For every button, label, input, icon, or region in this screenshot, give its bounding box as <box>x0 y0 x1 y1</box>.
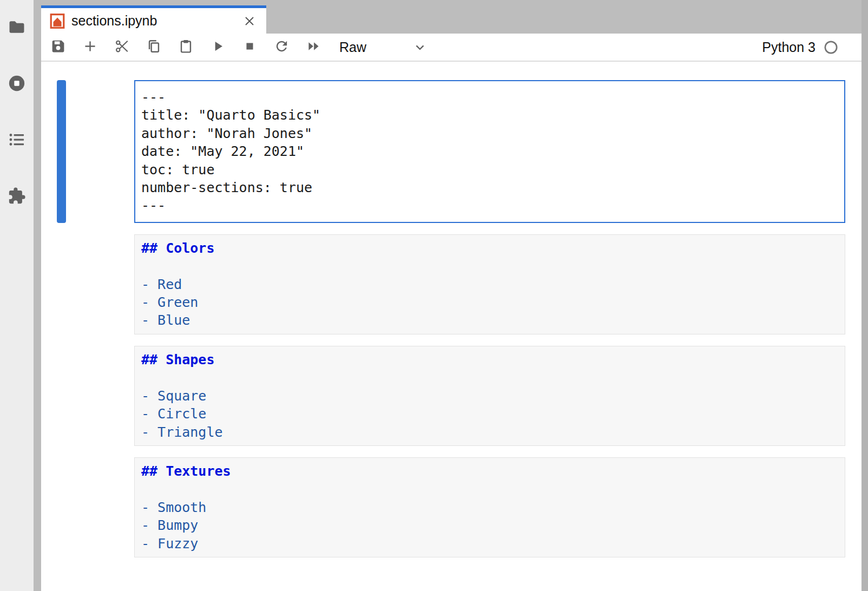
source-line: author: "Norah Jones" <box>141 124 838 142</box>
cell-row: ## Shapes - Square- Circle- Triangle <box>57 346 845 446</box>
sidebar-item-running-sessions[interactable] <box>0 56 34 113</box>
source-line: ## Textures <box>141 462 838 480</box>
save-icon <box>50 38 66 56</box>
source-line: --- <box>141 88 838 106</box>
source-line: - Green <box>141 293 838 311</box>
restart-kernel-button[interactable] <box>266 35 298 59</box>
fast-forward-icon <box>306 38 321 56</box>
interrupt-kernel-button[interactable] <box>234 35 266 59</box>
play-icon <box>210 38 226 56</box>
source-line: - Red <box>141 275 838 293</box>
cell-collapser[interactable] <box>57 457 66 557</box>
source-line: - Blue <box>141 311 838 329</box>
notebook-toolbar: Raw Python 3 <box>41 34 862 62</box>
sidebar-divider[interactable] <box>34 0 41 591</box>
notebook-panel: ---title: "Quarto Basics"author: "Norah … <box>41 62 862 591</box>
save-button[interactable] <box>42 35 74 59</box>
clipboard-icon <box>178 38 194 56</box>
refresh-icon <box>274 38 290 56</box>
copy-icon <box>146 38 162 56</box>
source-line: - Square <box>141 387 838 405</box>
tab-sections-ipynb[interactable]: sections.ipynb <box>41 5 266 34</box>
cell-collapser[interactable] <box>57 234 66 334</box>
source-line: - Fuzzy <box>141 535 838 553</box>
source-line <box>141 480 838 498</box>
stop-circle-icon <box>8 74 26 95</box>
close-icon[interactable] <box>241 13 258 29</box>
kernel-area: Python 3 <box>762 40 838 55</box>
run-cell-button[interactable] <box>202 35 234 59</box>
source-line: title: "Quarto Basics" <box>141 106 838 124</box>
markdown-cell[interactable]: ## Colors - Red- Green- Blue <box>134 234 845 334</box>
plus-icon <box>82 38 98 56</box>
raw-cell[interactable]: ---title: "Quarto Basics"author: "Norah … <box>134 80 845 223</box>
scrollbar-track[interactable] <box>862 0 868 591</box>
activity-bar <box>0 0 34 591</box>
source-line: - Circle <box>141 405 838 423</box>
source-line: - Triangle <box>141 423 838 441</box>
folder-icon <box>8 18 26 38</box>
source-line <box>141 257 838 275</box>
source-line: --- <box>141 196 838 214</box>
source-line: - Smooth <box>141 498 838 516</box>
jupyterlab-window: sections.ipynb <box>0 0 868 591</box>
source-line: ## Colors <box>141 239 838 257</box>
markdown-cell[interactable]: ## Shapes - Square- Circle- Triangle <box>134 346 845 446</box>
paste-cell-button[interactable] <box>170 35 202 59</box>
list-icon <box>8 130 26 151</box>
kernel-idle-circle-icon[interactable] <box>824 40 838 55</box>
cell-collapser[interactable] <box>57 346 66 446</box>
source-line: toc: true <box>141 161 838 179</box>
sidebar-item-file-browser[interactable] <box>0 0 34 56</box>
stop-icon <box>242 38 258 56</box>
cell-row: ## Textures - Smooth- Bumpy- Fuzzy <box>57 457 845 557</box>
notebook-icon <box>50 13 65 29</box>
puzzle-icon <box>8 187 26 207</box>
restart-run-all-button[interactable] <box>298 35 330 59</box>
sidebar-item-extension-manager[interactable] <box>0 169 34 225</box>
cell-type-dropdown[interactable]: Raw <box>339 40 427 55</box>
cell-row: ## Colors - Red- Green- Blue <box>57 234 845 334</box>
insert-cell-button[interactable] <box>74 35 106 59</box>
sidebar-item-table-of-contents[interactable] <box>0 113 34 169</box>
source-line: - Bumpy <box>141 516 838 534</box>
cell-row: ---title: "Quarto Basics"author: "Norah … <box>57 80 845 223</box>
kernel-name[interactable]: Python 3 <box>762 40 816 55</box>
cell-list: ---title: "Quarto Basics"author: "Norah … <box>41 80 862 557</box>
tab-bar: sections.ipynb <box>41 0 862 34</box>
markdown-cell[interactable]: ## Textures - Smooth- Bumpy- Fuzzy <box>134 457 845 557</box>
scissors-icon <box>114 38 130 56</box>
copy-cell-button[interactable] <box>138 35 170 59</box>
cell-collapser[interactable] <box>57 80 66 223</box>
source-line: date: "May 22, 2021" <box>141 142 838 160</box>
cell-type-value: Raw <box>339 40 366 55</box>
source-line: ## Shapes <box>141 351 838 369</box>
cut-cell-button[interactable] <box>106 35 138 59</box>
chevron-down-icon <box>413 40 427 54</box>
tab-title: sections.ipynb <box>71 13 157 29</box>
source-line <box>141 369 838 386</box>
source-line: number-sections: true <box>141 179 838 196</box>
main-area: sections.ipynb <box>41 0 862 591</box>
